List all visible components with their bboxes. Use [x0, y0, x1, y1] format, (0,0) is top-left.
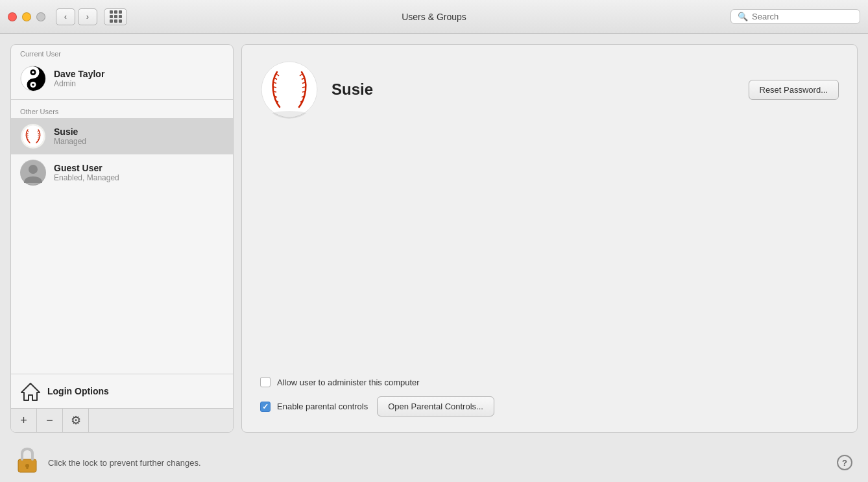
sidebar-toolbar: + − ⚙ [11, 408, 233, 432]
guest-user-info: Guest User Enabled, Managed [54, 163, 119, 182]
main-content: Current User Dave Taylor Admin Other Use… [0, 34, 868, 443]
svg-rect-14 [27, 466, 29, 469]
search-input[interactable] [752, 12, 853, 21]
lock-text: Click the lock to prevent further change… [48, 458, 201, 468]
bottom-bar: Click the lock to prevent further change… [0, 443, 868, 482]
settings-button[interactable]: ⚙ [63, 409, 89, 432]
current-user-avatar [20, 66, 46, 91]
guest-avatar [20, 160, 46, 186]
administer-checkbox[interactable] [260, 377, 271, 387]
svg-point-8 [29, 165, 38, 174]
open-parental-controls-button[interactable]: Open Parental Controls... [377, 396, 494, 416]
grid-icon [110, 10, 122, 23]
svg-point-4 [32, 84, 34, 86]
detail-header: Susie Reset Password... [260, 60, 839, 119]
sidebar: Current User Dave Taylor Admin Other Use… [10, 44, 234, 433]
current-user-item[interactable]: Dave Taylor Admin [11, 60, 233, 97]
detail-options: Allow user to administer this computer E… [260, 377, 839, 416]
detail-spacer [260, 132, 839, 377]
reset-password-button[interactable]: Reset Password... [749, 80, 839, 100]
parental-label: Enable parental controls [277, 402, 368, 411]
search-icon: 🔍 [738, 12, 748, 21]
parental-option-row: Enable parental controls Open Parental C… [260, 396, 839, 416]
guest-user-item[interactable]: Guest User Enabled, Managed [11, 154, 233, 191]
svg-point-3 [32, 71, 34, 74]
minimize-button[interactable] [22, 12, 31, 21]
other-users-label: Other Users [11, 102, 233, 118]
traffic-lights [8, 12, 45, 21]
sidebar-divider-1 [11, 99, 233, 100]
forward-button[interactable]: › [78, 8, 97, 25]
detail-user-avatar [260, 60, 319, 119]
susie-name: Susie [54, 127, 86, 137]
current-user-role: Admin [54, 79, 104, 88]
current-user-label: Current User [11, 45, 233, 60]
svg-marker-9 [21, 383, 40, 400]
help-button[interactable]: ? [837, 455, 852, 470]
susie-role: Managed [54, 137, 86, 146]
susie-user-item[interactable]: Susie Managed [11, 118, 233, 154]
detail-panel: Susie Reset Password... Allow user to ad… [241, 44, 858, 433]
guest-role: Enabled, Managed [54, 173, 119, 182]
window-title: Users & Groups [402, 12, 466, 22]
close-button[interactable] [8, 12, 17, 21]
login-options-label: Login Options [47, 386, 109, 396]
search-bar[interactable]: 🔍 [730, 9, 860, 24]
administer-option-row: Allow user to administer this computer [260, 377, 839, 387]
susie-user-info: Susie Managed [54, 127, 86, 146]
guest-name: Guest User [54, 163, 119, 173]
lock-icon[interactable] [16, 446, 39, 479]
susie-avatar [20, 123, 46, 149]
current-user-info: Dave Taylor Admin [54, 69, 104, 88]
sidebar-spacer [11, 191, 233, 374]
parental-checkbox[interactable] [260, 402, 271, 412]
administer-label: Allow user to administer this computer [277, 378, 420, 387]
back-button[interactable]: ‹ [56, 8, 75, 25]
login-options-item[interactable]: Login Options [11, 374, 233, 408]
maximize-button[interactable] [36, 12, 45, 21]
svg-point-11 [270, 111, 309, 119]
svg-point-10 [261, 62, 317, 117]
grid-view-button[interactable] [104, 8, 127, 25]
svg-point-6 [22, 125, 44, 147]
add-user-button[interactable]: + [11, 409, 37, 432]
remove-user-button[interactable]: − [37, 409, 63, 432]
current-user-name: Dave Taylor [54, 69, 104, 79]
home-icon [20, 381, 41, 402]
titlebar: ‹ › Users & Groups 🔍 [0, 0, 868, 34]
detail-user-name: Susie [332, 80, 736, 99]
nav-buttons: ‹ › [56, 8, 97, 25]
